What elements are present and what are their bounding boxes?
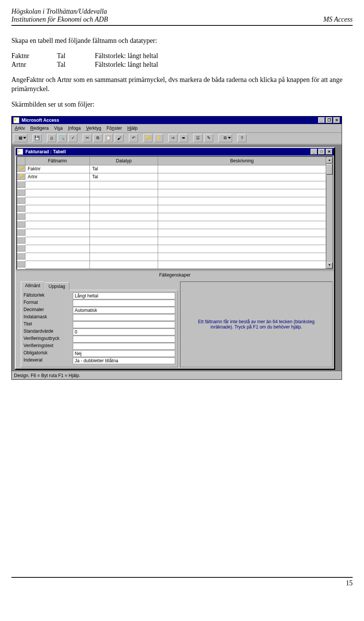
- cut-button[interactable]: ✂: [83, 134, 92, 142]
- delete-rows-button[interactable]: ➨: [179, 134, 188, 142]
- prop-value-default[interactable]: 0: [73, 329, 175, 335]
- table-row-empty[interactable]: [17, 229, 326, 237]
- save-button[interactable]: 💾: [33, 134, 42, 142]
- table-row[interactable]: 🔑 Faktnr Tal: [17, 165, 326, 173]
- table-row-empty[interactable]: [17, 197, 326, 205]
- field1-type: Tal: [57, 52, 95, 60]
- table-row-empty[interactable]: [17, 189, 326, 197]
- field2-desc: Fältstorlek: långt heltal: [95, 61, 171, 69]
- cell-description[interactable]: [158, 173, 326, 181]
- prop-label: Verifieringsuttryck: [24, 336, 73, 343]
- col-description[interactable]: Beskrivning: [158, 157, 326, 165]
- col-datatype[interactable]: Datatyp: [90, 157, 158, 165]
- paste-button[interactable]: 📋: [104, 134, 113, 142]
- insert-rows-button[interactable]: ➩: [168, 134, 177, 142]
- header-right: MS Access: [323, 16, 353, 24]
- app-minimize-button[interactable]: _: [318, 117, 325, 123]
- field2-type: Tal: [57, 61, 95, 69]
- cell-fieldname[interactable]: Artnr: [25, 173, 90, 181]
- prop-value-indexed[interactable]: Ja - dubbletter tillåtna: [73, 357, 175, 364]
- prop-value-required[interactable]: Nej: [73, 350, 175, 357]
- tablewin-minimize-button[interactable]: _: [311, 149, 317, 155]
- general-properties-panel: FältstorlekLångt heltal Format Decimaler…: [21, 290, 178, 367]
- db-window-button[interactable]: ⧉: [218, 134, 232, 142]
- table-design-window: Fakturarad : Tabell _ □ ✕ Fältnamn Datat…: [15, 147, 335, 369]
- prop-label: Titel: [24, 321, 73, 328]
- prop-value-validrule[interactable]: [73, 336, 175, 343]
- table-row-empty[interactable]: [17, 261, 326, 269]
- table-row[interactable]: 🔑 Artnr Tal: [17, 173, 326, 181]
- status-bar: Design. F6 = Byt ruta F1 = Hjälp.: [12, 371, 342, 379]
- access-app-icon: [13, 117, 19, 123]
- scroll-up-button[interactable]: ▲: [326, 157, 333, 164]
- indexes-button[interactable]: ⚡: [154, 134, 163, 142]
- prop-value-caption[interactable]: [73, 321, 175, 328]
- page-number: 15: [346, 579, 353, 587]
- menu-fonster[interactable]: Fönster: [107, 126, 122, 131]
- prop-value-fieldsize[interactable]: Långt heltal: [73, 292, 175, 299]
- menu-redigera[interactable]: Redigera: [30, 126, 49, 131]
- copy-button[interactable]: ⧉: [93, 134, 102, 142]
- row-selector[interactable]: 🔑: [17, 173, 25, 180]
- table-row-empty[interactable]: [17, 245, 326, 253]
- tab-general[interactable]: Allmänt: [21, 281, 44, 290]
- primary-key-button[interactable]: 🔑: [143, 134, 152, 142]
- cell-datatype[interactable]: Tal: [90, 165, 158, 173]
- tablewin-maximize-button[interactable]: □: [318, 149, 325, 155]
- menu-hjalp[interactable]: Hjälp: [127, 126, 138, 131]
- intro-text: Skapa en tabell med följande fältnamn oc…: [11, 36, 353, 45]
- row-selector[interactable]: 🔑: [17, 165, 25, 172]
- table-window-icon: [17, 149, 23, 155]
- table-row-empty[interactable]: [17, 237, 326, 245]
- vertical-scrollbar[interactable]: ▲ ▼: [326, 157, 333, 269]
- table-row-empty[interactable]: [17, 181, 326, 189]
- spellcheck-button[interactable]: ✓: [68, 134, 77, 142]
- app-titlebar: Microsoft Access _ ❐ ✕: [12, 116, 342, 124]
- prop-value-inputmask[interactable]: [73, 314, 175, 321]
- build-button[interactable]: ✎: [204, 134, 213, 142]
- scroll-down-button[interactable]: ▼: [326, 263, 333, 269]
- prop-label: Obligatorisk: [24, 350, 73, 357]
- view-button[interactable]: ▦: [14, 134, 27, 142]
- field-spec-table: Faktnr Tal Fältstorlek: långt heltal Art…: [11, 52, 353, 69]
- tablewin-close-button[interactable]: ✕: [326, 149, 333, 155]
- cell-fieldname[interactable]: Faktnr: [25, 165, 90, 173]
- table-row-empty[interactable]: [17, 253, 326, 261]
- table-window-title: Fakturarad : Tabell: [25, 149, 66, 154]
- cell-description[interactable]: [158, 165, 326, 173]
- prop-label: Verifieringstext: [24, 343, 73, 350]
- primary-key-icon: 🔑: [19, 174, 24, 178]
- prop-value-validtext[interactable]: [73, 343, 175, 350]
- design-grid: Fältnamn Datatyp Beskrivning 🔑 Faktnr Ta…: [16, 156, 333, 270]
- properties-button[interactable]: ☱: [193, 134, 202, 142]
- tab-lookup[interactable]: Uppslag: [44, 282, 69, 290]
- scroll-thumb[interactable]: [326, 164, 333, 175]
- prop-value-format[interactable]: [73, 300, 175, 307]
- hint-panel: Ett fältnamn får inte bestå av mer än 64…: [180, 281, 333, 367]
- help-button[interactable]: ?: [237, 134, 246, 142]
- col-fieldname[interactable]: Fältnamn: [25, 157, 90, 165]
- menu-infoga[interactable]: Infoga: [68, 126, 81, 131]
- para-2: AngeFaktnr och Artnr som en sammansatt p…: [11, 75, 353, 93]
- field2-name: Artnr: [11, 61, 57, 69]
- menu-verktyg[interactable]: Verktyg: [86, 126, 101, 131]
- mdi-workspace: Fakturarad : Tabell _ □ ✕ Fältnamn Datat…: [12, 144, 342, 371]
- menu-arkiv[interactable]: Arkiv: [15, 126, 25, 131]
- menu-visa[interactable]: Visa: [54, 126, 63, 131]
- table-row-empty[interactable]: [17, 221, 326, 229]
- prop-label: Standardvärde: [24, 329, 73, 335]
- header-left-line2: Institutionen för Ekonomi och ADB: [11, 16, 108, 24]
- prop-value-decimals[interactable]: Automatisk: [73, 307, 175, 314]
- cell-datatype[interactable]: Tal: [90, 173, 158, 181]
- table-row-empty[interactable]: [17, 205, 326, 213]
- app-close-button[interactable]: ✕: [333, 117, 340, 123]
- undo-button[interactable]: ↶: [129, 134, 138, 142]
- access-screenshot: Microsoft Access _ ❐ ✕ Arkiv Redigera Vi…: [11, 116, 342, 380]
- preview-button[interactable]: 🔍: [58, 134, 67, 142]
- page-footer: 15: [11, 577, 353, 587]
- table-row-empty[interactable]: [17, 213, 326, 221]
- print-button[interactable]: ⎙: [47, 134, 56, 142]
- format-painter-button[interactable]: 🖌: [115, 134, 124, 142]
- app-restore-button[interactable]: ❐: [326, 117, 333, 123]
- row-selector-header: [17, 157, 25, 165]
